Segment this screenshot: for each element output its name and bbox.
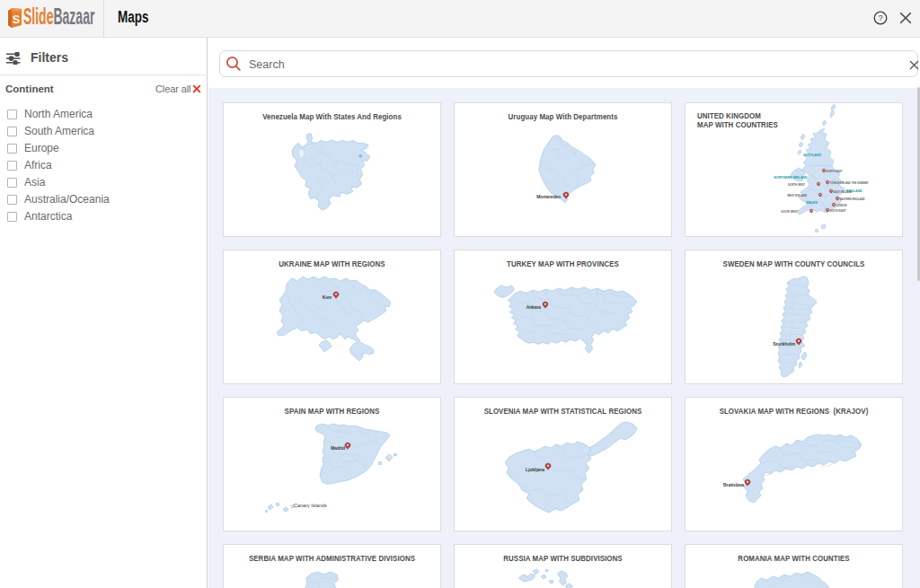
svg-text:Bratislava: Bratislava bbox=[723, 482, 744, 487]
svg-text:SCOTLAND: SCOTLAND bbox=[803, 154, 821, 157]
svg-text:Kiev: Kiev bbox=[323, 294, 332, 300]
svg-text:YORKSHIRE AND THE HUMBER: YORKSHIRE AND THE HUMBER bbox=[830, 181, 869, 185]
svg-text:NORTHERN IRELAND: NORTHERN IRELAND bbox=[774, 176, 808, 180]
svg-text:WEST MIDLAND: WEST MIDLAND bbox=[787, 194, 807, 197]
svg-text:NORTH EAST: NORTH EAST bbox=[827, 170, 843, 173]
svg-text:Canary Islands: Canary Islands bbox=[294, 503, 327, 508]
svg-text:SOUTH EAST: SOUTH EAST bbox=[830, 209, 846, 213]
svg-text:NORTH WEST: NORTH WEST bbox=[788, 183, 805, 187]
svg-text:Ankara: Ankara bbox=[526, 304, 542, 310]
svg-text:WALES: WALES bbox=[806, 201, 818, 205]
svg-text:Ljubljana: Ljubljana bbox=[526, 467, 544, 472]
svg-text:Stockholm: Stockholm bbox=[773, 341, 795, 347]
svg-text:EAST MIDLAND: EAST MIDLAND bbox=[834, 190, 853, 194]
svg-text:Montevideo: Montevideo bbox=[536, 194, 561, 199]
svg-text:S: S bbox=[13, 13, 20, 26]
svg-text:?: ? bbox=[878, 13, 882, 22]
svg-text:EASTERN ENGLAND: EASTERN ENGLAND bbox=[840, 197, 865, 201]
svg-text:Madrid: Madrid bbox=[331, 445, 345, 451]
svg-text:LONDON: LONDON bbox=[836, 204, 847, 207]
svg-text:SOUTH WEST: SOUTH WEST bbox=[781, 210, 798, 214]
